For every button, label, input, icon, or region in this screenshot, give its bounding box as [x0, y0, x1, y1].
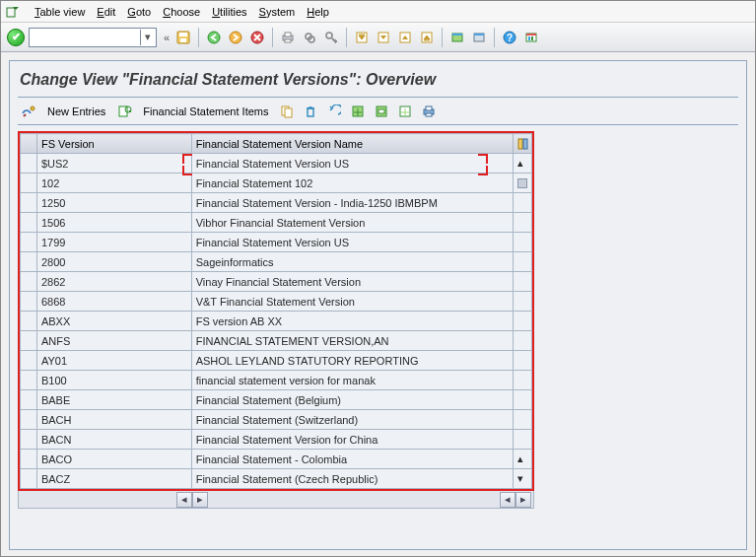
new-session-icon[interactable]	[447, 28, 467, 47]
next-page-icon[interactable]	[395, 28, 415, 47]
table-row[interactable]: ANFSFINANCIAL STATEMENT VERSION,AN	[21, 331, 532, 351]
cell-name[interactable]: financial statement version for manak	[191, 371, 513, 390]
cell-fsversion[interactable]: BABE	[36, 390, 191, 410]
scroll-track[interactable]	[513, 430, 531, 450]
history-back-icon[interactable]: «	[164, 32, 170, 43]
row-selector[interactable]	[21, 410, 37, 430]
table-row[interactable]: B100financial statement version for mana…	[21, 371, 532, 390]
table-row[interactable]: BABEFinancial Statement (Belgium)	[21, 390, 532, 410]
select-all-icon[interactable]	[348, 102, 368, 121]
table-row[interactable]: AY01ASHOL LEYLAND STATUTORY REPORTING	[21, 351, 532, 371]
row-selector[interactable]	[21, 331, 37, 351]
copy-as-icon[interactable]	[114, 102, 134, 121]
scroll-left-icon[interactable]: ◂	[176, 492, 192, 508]
cell-name[interactable]: Vibhor Financial Statement Version	[191, 213, 513, 233]
command-icon[interactable]	[5, 4, 21, 20]
row-selector[interactable]	[21, 351, 37, 371]
row-selector[interactable]	[21, 430, 37, 450]
table-row[interactable]: BACOFinancial Statement - Colombia▴	[21, 450, 532, 469]
table-row[interactable]: 6868V&T Financial Statement Version	[21, 292, 532, 312]
table-row[interactable]: ABXXFS version AB XX	[21, 312, 532, 331]
enter-button[interactable]: ✔	[7, 29, 25, 46]
menu-help[interactable]: Help	[307, 6, 329, 18]
scroll-track[interactable]	[513, 351, 531, 371]
cell-name[interactable]: Financial Statement (Belgium)	[191, 390, 513, 410]
delete-icon[interactable]	[301, 102, 320, 121]
scroll-up2-icon[interactable]: ▴	[513, 450, 531, 469]
row-selector[interactable]	[21, 213, 37, 233]
row-selector[interactable]	[21, 154, 37, 174]
scroll-up-icon[interactable]: ▴	[513, 154, 531, 174]
row-selector[interactable]	[21, 390, 37, 410]
scroll-track[interactable]	[513, 331, 531, 351]
cell-fsversion[interactable]: B100	[36, 371, 191, 390]
print-icon[interactable]	[278, 28, 298, 47]
table-row[interactable]: 1799Financial Statement Version US	[21, 233, 532, 252]
back-icon[interactable]	[204, 28, 224, 47]
find-icon[interactable]	[300, 28, 319, 47]
scroll-track[interactable]	[513, 193, 531, 213]
cell-name[interactable]: Financial Statement Version - India-1250…	[191, 193, 513, 213]
help-icon[interactable]: ?	[500, 28, 519, 47]
col-header-name[interactable]: Financial Statement Version Name	[191, 134, 513, 154]
prev-page-icon[interactable]	[374, 28, 393, 47]
layout-icon[interactable]	[469, 28, 489, 47]
find-next-icon[interactable]	[321, 28, 341, 47]
horizontal-scrollbar[interactable]: ◂ ▸ ◂ ▸	[18, 491, 534, 509]
scroll-right2-icon[interactable]: ▸	[515, 492, 531, 508]
cell-name[interactable]: Financial Statement (Czech Republic)	[191, 469, 513, 489]
table-row[interactable]: BACHFinancial Statement (Switzerland)	[21, 410, 532, 430]
cell-fsversion[interactable]: 1250	[36, 193, 191, 213]
customize-icon[interactable]	[521, 28, 541, 47]
scroll-track[interactable]	[513, 292, 531, 312]
scroll-track[interactable]	[513, 233, 531, 252]
cell-fsversion[interactable]: ANFS	[36, 331, 191, 351]
table-row[interactable]: 1250Financial Statement Version - India-…	[21, 193, 532, 213]
deselect-all-icon[interactable]	[395, 102, 415, 121]
row-selector[interactable]	[21, 252, 37, 272]
scroll-thumb-top[interactable]	[513, 174, 531, 193]
table-row[interactable]: 2862Vinay Financial Statement Version	[21, 272, 532, 292]
cell-name[interactable]: Sageinformatics	[191, 252, 513, 272]
row-selector[interactable]	[21, 233, 37, 252]
cell-name[interactable]: Financial Statement 102	[191, 174, 513, 193]
cell-fsversion[interactable]: AY01	[36, 351, 191, 371]
cell-name[interactable]: Financial Statement (Switzerland)	[191, 410, 513, 430]
fin-stmt-items-button[interactable]: Financial Statement Items	[137, 104, 274, 119]
scroll-track[interactable]	[513, 371, 531, 390]
scroll-track[interactable]	[513, 410, 531, 430]
cell-name[interactable]: V&T Financial Statement Version	[191, 292, 513, 312]
data-table[interactable]: FS Version Financial Statement Version N…	[20, 133, 532, 489]
row-selector[interactable]	[21, 450, 37, 469]
cell-name[interactable]: FINANCIAL STATEMENT VERSION,AN	[191, 331, 513, 351]
row-selector[interactable]	[21, 292, 37, 312]
table-row[interactable]: $US2Financial Statement Version US▴	[21, 154, 532, 174]
scroll-track[interactable]	[513, 390, 531, 410]
cell-name[interactable]: Financial Statement Version US	[191, 154, 513, 174]
menu-system[interactable]: System	[259, 6, 296, 18]
scroll-track[interactable]	[513, 312, 531, 331]
cell-fsversion[interactable]: 2862	[36, 272, 191, 292]
cell-name[interactable]: Financial Statement - Colombia	[191, 450, 513, 469]
scroll-track[interactable]	[513, 252, 531, 272]
new-entries-button[interactable]: New Entries	[41, 104, 111, 119]
table-row[interactable]: BACZFinancial Statement (Czech Republic)…	[21, 469, 532, 489]
cell-fsversion[interactable]: ABXX	[36, 312, 191, 331]
first-page-icon[interactable]	[352, 28, 372, 47]
cell-fsversion[interactable]: 1506	[36, 213, 191, 233]
table-row[interactable]: 1506Vibhor Financial Statement Version	[21, 213, 532, 233]
cell-name[interactable]: FS version AB XX	[191, 312, 513, 331]
scroll-track[interactable]	[513, 213, 531, 233]
cell-fsversion[interactable]: 6868	[36, 292, 191, 312]
cell-name[interactable]: Financial Statement Version US	[191, 233, 513, 252]
cell-fsversion[interactable]: BACN	[36, 430, 191, 450]
table-row[interactable]: BACNFinancial Statement Version for Chin…	[21, 430, 532, 450]
menu-edit[interactable]: Edit	[97, 6, 115, 18]
menu-goto[interactable]: Goto	[127, 6, 151, 18]
scroll-right-icon[interactable]: ▸	[192, 492, 208, 508]
cell-fsversion[interactable]: 102	[36, 174, 191, 193]
command-field[interactable]: ▾	[29, 28, 157, 47]
col-header-fsversion[interactable]: FS Version	[36, 134, 191, 154]
row-selector[interactable]	[21, 174, 37, 193]
row-selector[interactable]	[21, 272, 37, 292]
